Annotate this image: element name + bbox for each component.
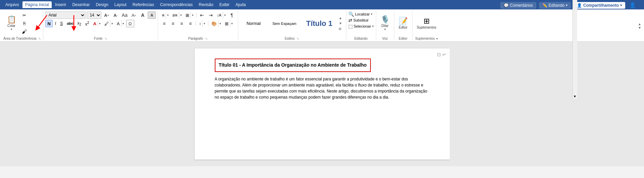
change-case-button[interactable]: Aa bbox=[120, 11, 129, 19]
editing-button[interactable]: ✏️ Editando ▾ bbox=[539, 2, 571, 9]
menu-inserir[interactable]: Inserir bbox=[52, 1, 69, 8]
share-button[interactable]: 👤 Compartilhamento ▾ bbox=[574, 2, 625, 9]
font-color-dropdown[interactable]: ▾ bbox=[98, 20, 102, 27]
editor-button[interactable]: 📝 Editor bbox=[396, 15, 410, 32]
find-dropdown[interactable]: ▾ bbox=[371, 12, 373, 16]
addins-content: ⊞ Suplementos bbox=[414, 11, 439, 36]
multilevel-combo[interactable]: ⊞ ▾ bbox=[184, 11, 195, 19]
sort-dropdown[interactable]: ▾ bbox=[223, 12, 227, 19]
dictate-button[interactable]: 🎙️ Ditar ▾ bbox=[378, 14, 392, 32]
italic-button[interactable]: I bbox=[53, 20, 58, 27]
text-effects-button[interactable]: A bbox=[139, 11, 147, 19]
decrease-indent-button[interactable]: ⇤ bbox=[198, 11, 206, 19]
font-size-select[interactable]: 14 bbox=[87, 11, 101, 19]
decrease-font-button[interactable]: A- bbox=[111, 11, 119, 19]
paste-button[interactable]: 📋 Colar ▾ bbox=[3, 14, 19, 32]
styles-expand-arrow[interactable]: ⊞ bbox=[338, 26, 343, 31]
menu-referencias[interactable]: Referências bbox=[130, 1, 157, 8]
menu-correspondencias[interactable]: Correspondências bbox=[157, 1, 195, 8]
multilevel-dropdown[interactable]: ▾ bbox=[191, 12, 195, 19]
borders-dropdown[interactable]: ▾ bbox=[230, 20, 234, 27]
superscript-button[interactable]: x2 bbox=[84, 20, 91, 27]
align-right-button[interactable]: ≡ bbox=[178, 20, 186, 27]
styles-scroll-up[interactable]: ▲ bbox=[338, 15, 343, 21]
strikethrough-button[interactable]: abc bbox=[65, 20, 75, 27]
ribbon-scroll-up[interactable]: ▲ bbox=[638, 22, 641, 26]
voice-content: 🎙️ Ditar ▾ bbox=[378, 11, 392, 36]
show-marks-button[interactable]: ¶ bbox=[228, 11, 236, 19]
menu-design[interactable]: Design bbox=[93, 1, 111, 8]
sort-combo[interactable]: ↕A ▾ bbox=[215, 11, 227, 19]
editor-icon: 📝 bbox=[399, 17, 408, 25]
edit-icon: ✏️ bbox=[542, 3, 547, 8]
font-expand-icon[interactable]: ⤡ bbox=[105, 37, 107, 40]
para-divider1 bbox=[196, 13, 197, 17]
format-painter-button[interactable]: 🖌 bbox=[20, 28, 29, 35]
user-icon-button[interactable]: 👤 bbox=[628, 1, 637, 9]
align-center-button[interactable]: ≡ bbox=[169, 20, 177, 27]
addins-more-icon[interactable]: ▾ bbox=[436, 37, 438, 40]
page-icon2[interactable]: ↵ bbox=[442, 52, 446, 57]
shading-dropdown[interactable]: ▾ bbox=[218, 20, 222, 27]
menu-ajuda[interactable]: Ajuda bbox=[233, 1, 249, 8]
select-dropdown[interactable]: ▾ bbox=[372, 25, 374, 28]
paragraph-row2: ≡ ≡ ≡ ≡ ↕ ▾ 🎨 ▾ ⊞ ▾ bbox=[160, 20, 234, 27]
right-margin: ▲ ▼ bbox=[450, 48, 577, 159]
editing-group: 🔍 Localizar ▾ ⇄ Substituir ⬚ Selecionar … bbox=[347, 11, 376, 41]
numbering-combo[interactable]: #≡ ▾ bbox=[171, 11, 183, 19]
shading-icon: 🎨 bbox=[210, 20, 218, 27]
bullets-combo[interactable]: ≡ ▾ bbox=[160, 11, 170, 19]
addins-icon: ⊞ bbox=[424, 17, 430, 25]
char-dialog-button[interactable]: Ω bbox=[126, 20, 134, 27]
style-title1[interactable]: Título 1 bbox=[302, 14, 337, 33]
style-normal[interactable]: Normal bbox=[240, 14, 267, 33]
clipboard-label: Área de Transferência ⤡ bbox=[3, 36, 41, 41]
select-icon: ⬚ bbox=[348, 24, 353, 29]
document-area: ⊡ ↵ Título 01 - A Importância da Organiz… bbox=[0, 42, 644, 166]
underline-button[interactable]: S bbox=[58, 20, 64, 27]
paragraph-content: ≡ ▾ #≡ ▾ ⊞ ▾ ⇤ ⇥ ↕A bbox=[160, 11, 236, 36]
numbering-dropdown[interactable]: ▾ bbox=[179, 12, 183, 19]
styles-expand-icon[interactable]: ⤡ bbox=[297, 37, 299, 40]
addins-button[interactable]: ⊞ Suplementos bbox=[414, 15, 439, 32]
menu-pagina-inicial[interactable]: Página Inicial bbox=[22, 1, 52, 8]
style-no-space[interactable]: Sem Espaçam bbox=[268, 14, 301, 33]
document-page: ⊡ ↵ Título 01 - A Importância da Organiz… bbox=[195, 48, 450, 159]
phonetic-button[interactable]: A bbox=[148, 11, 156, 19]
page-icon1[interactable]: ⊡ bbox=[437, 52, 441, 57]
clipboard-expand-icon[interactable]: ⤡ bbox=[38, 37, 41, 40]
paragraph-expand-icon[interactable]: ⤡ bbox=[205, 37, 208, 40]
line-spacing-dropdown[interactable]: ▾ bbox=[203, 20, 206, 27]
highlight-dropdown[interactable]: ▾ bbox=[110, 20, 114, 27]
styles-scroll-down[interactable]: ▼ bbox=[338, 21, 343, 26]
borders-combo[interactable]: ⊞ ▾ bbox=[223, 20, 234, 27]
shading-combo[interactable]: 🎨 ▾ bbox=[210, 20, 222, 27]
scroll-down-button[interactable]: ▼ bbox=[573, 94, 577, 99]
menu-arquivo[interactable]: Arquivo bbox=[3, 1, 22, 8]
clear-format-button[interactable]: Ax bbox=[130, 11, 138, 19]
text-shade-combo[interactable]: A ▾ bbox=[115, 20, 126, 27]
font-color-combo[interactable]: A ▾ bbox=[92, 20, 102, 27]
comments-button[interactable]: 💬 Comentários bbox=[500, 2, 536, 9]
align-left-button[interactable]: ≡ bbox=[160, 20, 168, 27]
justify-button[interactable]: ≡ bbox=[186, 20, 194, 27]
menu-exibir[interactable]: Exibir bbox=[217, 1, 232, 8]
line-spacing-icon: ↕ bbox=[198, 20, 203, 27]
bold-button[interactable]: N bbox=[45, 20, 52, 27]
styles-gallery: Normal Sem Espaçam Título 1 bbox=[240, 14, 337, 33]
menu-desenhar[interactable]: Desenhar bbox=[69, 1, 92, 8]
increase-indent-button[interactable]: ⇥ bbox=[207, 11, 215, 19]
highlight-color-combo[interactable]: 🖊 ▾ bbox=[103, 20, 114, 27]
line-spacing-combo[interactable]: ↕ ▾ bbox=[197, 20, 207, 27]
copy-button[interactable]: ⎘ bbox=[20, 20, 29, 27]
ribbon-scroll-down[interactable]: ▼ bbox=[638, 26, 641, 30]
bullets-dropdown[interactable]: ▾ bbox=[166, 12, 170, 19]
menu-layout[interactable]: Layout bbox=[112, 1, 129, 8]
voice-label: Voz bbox=[378, 36, 392, 41]
cut-button[interactable]: ✂ bbox=[20, 11, 29, 19]
increase-font-button[interactable]: A+ bbox=[102, 11, 110, 19]
menu-revisao[interactable]: Revisão bbox=[196, 1, 216, 8]
text-shade-dropdown[interactable]: ▾ bbox=[121, 20, 125, 27]
subscript-button[interactable]: x2 bbox=[76, 20, 83, 27]
font-name-select[interactable]: Arial bbox=[45, 11, 86, 19]
